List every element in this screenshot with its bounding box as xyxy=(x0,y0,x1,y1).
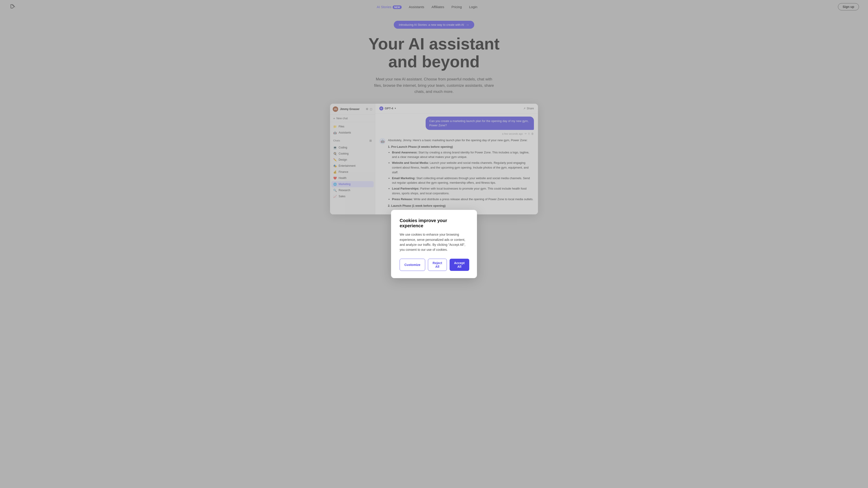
cookie-modal: Cookies improve your experience We use c… xyxy=(391,210,477,278)
cookie-modal-body: We use cookies to enhance your browsing … xyxy=(400,232,468,252)
cookie-modal-overlay: Cookies improve your experience We use c… xyxy=(0,0,868,488)
accept-all-button[interactable]: Accept All xyxy=(450,259,469,271)
customize-button[interactable]: Customize xyxy=(400,259,425,271)
cookie-modal-title: Cookies improve your experience xyxy=(400,218,468,228)
cookie-modal-buttons: Customize Reject All Accept All xyxy=(400,259,468,271)
reject-all-button[interactable]: Reject All xyxy=(428,259,447,271)
